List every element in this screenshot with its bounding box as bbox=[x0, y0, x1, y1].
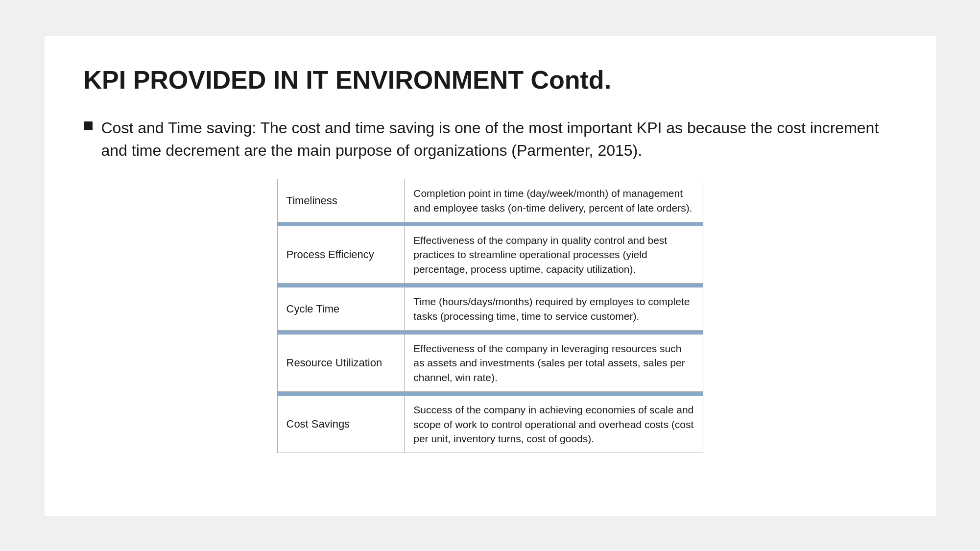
kpi-desc-cell: Success of the company in achieving econ… bbox=[405, 396, 703, 453]
kpi-name-cell: Cycle Time bbox=[277, 287, 405, 331]
separator-cell bbox=[277, 392, 703, 396]
bullet-text: Cost and Time saving: The cost and time … bbox=[101, 117, 897, 162]
kpi-name-cell: Resource Utilization bbox=[277, 335, 405, 392]
kpi-desc-cell: Effectiveness of the company in leveragi… bbox=[405, 335, 703, 392]
separator-cell bbox=[277, 284, 703, 287]
kpi-name-cell: Cost Savings bbox=[277, 396, 405, 453]
bullet-section: Cost and Time saving: The cost and time … bbox=[84, 117, 897, 162]
kpi-name-cell: Process Efficiency bbox=[277, 226, 405, 284]
slide-title: KPI PROVIDED IN IT ENVIRONMENT Contd. bbox=[84, 65, 897, 95]
kpi-name-cell: Timeliness bbox=[277, 179, 405, 222]
separator-row bbox=[277, 222, 703, 226]
table-row: Process EfficiencyEffectiveness of the c… bbox=[277, 226, 703, 284]
table-row: Resource UtilizationEffectiveness of the… bbox=[277, 335, 703, 392]
table-container: TimelinessCompletion point in time (day/… bbox=[84, 179, 897, 453]
separator-row bbox=[277, 284, 703, 287]
separator-cell bbox=[277, 331, 703, 335]
separator-row bbox=[277, 392, 703, 396]
table-row: Cost SavingsSuccess of the company in ac… bbox=[277, 396, 703, 453]
table-row: TimelinessCompletion point in time (day/… bbox=[277, 179, 703, 222]
separator-row bbox=[277, 331, 703, 335]
kpi-table: TimelinessCompletion point in time (day/… bbox=[277, 179, 703, 453]
separator-cell bbox=[277, 222, 703, 226]
kpi-desc-cell: Completion point in time (day/week/month… bbox=[405, 179, 703, 222]
bullet-marker bbox=[84, 121, 93, 130]
kpi-desc-cell: Effectiveness of the company in quality … bbox=[405, 226, 703, 284]
kpi-desc-cell: Time (hours/days/months) required by emp… bbox=[405, 287, 703, 331]
table-row: Cycle TimeTime (hours/days/months) requi… bbox=[277, 287, 703, 331]
slide: KPI PROVIDED IN IT ENVIRONMENT Contd. Co… bbox=[45, 36, 936, 516]
